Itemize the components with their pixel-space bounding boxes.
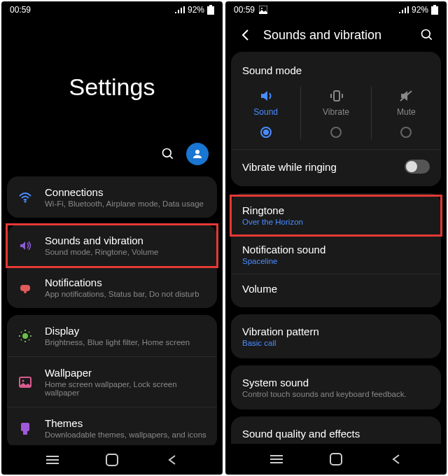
row-subtitle: Basic call	[242, 339, 430, 347]
row-title: System sound	[242, 377, 430, 388]
row-title: Notification sound	[242, 244, 430, 255]
row-subtitle: Control touch sounds and keyboard feedba…	[242, 390, 430, 398]
item-subtitle: Brightness, Blue light filter, Home scre…	[45, 338, 209, 346]
battery-icon	[431, 5, 438, 15]
signal-icon	[175, 6, 185, 13]
nav-bar	[1, 445, 223, 475]
person-icon	[191, 148, 204, 160]
nav-bar	[225, 444, 447, 475]
search-icon	[420, 28, 434, 42]
row-sound-quality-and-effects[interactable]: Sound quality and effects	[231, 419, 441, 444]
svg-line-13	[21, 332, 22, 332]
item-subtitle: Wi-Fi, Bluetooth, Airplane mode, Data us…	[45, 200, 209, 208]
settings-screen: 00:59 92% Settings ConnectionsWi-Fi, Blu…	[1, 1, 223, 475]
mode-radio[interactable]	[260, 127, 272, 138]
header: Sounds and vibration	[225, 18, 447, 52]
settings-list: ConnectionsWi-Fi, Bluetooth, Airplane mo…	[1, 176, 223, 445]
svg-point-18	[22, 379, 24, 382]
svg-rect-1	[207, 6, 214, 15]
svg-line-30	[429, 37, 432, 40]
settings-item-wallpaper[interactable]: WallpaperHome screen wallpaper, Lock scr…	[7, 357, 217, 407]
recent-button[interactable]	[262, 445, 290, 473]
status-bar: 00:59 92%	[1, 1, 223, 18]
svg-rect-38	[330, 454, 342, 465]
svg-point-5	[24, 200, 27, 202]
row-volume[interactable]: Volume	[231, 274, 441, 304]
row-ringtone[interactable]: RingtoneOver the Horizon	[231, 196, 441, 235]
row-title: Vibration pattern	[242, 326, 430, 337]
row-title: Ringtone	[242, 204, 430, 216]
vibrate-while-ringing-label: Vibrate while ringing	[242, 161, 337, 173]
row-system-sound[interactable]: System soundControl touch sounds and key…	[231, 368, 441, 407]
vibrate-while-ringing-row[interactable]: Vibrate while ringing	[231, 149, 441, 183]
svg-point-2	[163, 149, 172, 158]
back-button[interactable]	[382, 445, 410, 473]
svg-point-8	[22, 333, 28, 339]
signal-icon	[399, 6, 409, 13]
wall-icon	[15, 372, 35, 392]
mute-icon	[372, 88, 441, 103]
item-title: Notifications	[45, 276, 209, 288]
svg-rect-24	[106, 454, 118, 465]
svg-rect-20	[23, 431, 27, 435]
chevron-left-icon	[241, 29, 249, 41]
wifi-icon	[15, 188, 35, 207]
search-icon	[161, 147, 175, 161]
battery-icon	[207, 5, 214, 15]
sound-mode-section: Sound mode SoundVibrateMute Vibrate whil…	[231, 52, 441, 186]
svg-rect-27	[433, 5, 436, 6]
theme-icon	[15, 419, 35, 438]
sound-icon	[15, 236, 35, 255]
picture-icon	[259, 6, 267, 14]
sounds-vibration-screen: 00:59 92% Sounds and vibration Sound mod…	[225, 1, 447, 475]
page-title: Settings	[1, 18, 223, 143]
item-subtitle: Home screen wallpaper, Lock screen wallp…	[45, 380, 209, 397]
bell-icon	[15, 278, 35, 298]
row-vibration-pattern[interactable]: Vibration patternBasic call	[231, 317, 441, 356]
settings-item-display[interactable]: DisplayBrightness, Blue light filter, Ho…	[7, 315, 217, 357]
vibrate-while-ringing-toggle[interactable]	[405, 160, 430, 174]
settings-item-themes[interactable]: ThemesDownloadable themes, wallpapers, a…	[7, 407, 217, 445]
profile-avatar[interactable]	[186, 143, 209, 165]
item-title: Themes	[45, 417, 209, 429]
status-time: 00:59	[234, 5, 255, 15]
item-subtitle: App notifications, Status bar, Do not di…	[45, 290, 209, 298]
mode-radio[interactable]	[400, 127, 412, 138]
settings-item-notifications[interactable]: NotificationsApp notifications, Status b…	[7, 267, 217, 308]
home-button[interactable]	[98, 446, 126, 474]
bright-icon	[15, 326, 35, 346]
vib-icon	[301, 88, 370, 103]
row-notification-sound[interactable]: Notification soundSpaceline	[231, 235, 441, 274]
status-time: 00:59	[10, 5, 31, 15]
recent-button[interactable]	[38, 446, 66, 474]
svg-point-4	[195, 150, 200, 154]
svg-point-7	[24, 290, 27, 293]
row-subtitle: Over the Horizon	[242, 218, 430, 226]
settings-item-connections[interactable]: ConnectionsWi-Fi, Bluetooth, Airplane mo…	[7, 176, 217, 218]
mode-mute[interactable]: Mute	[372, 86, 441, 139]
back-button[interactable]	[237, 27, 253, 43]
item-title: Connections	[45, 186, 209, 198]
mode-radio[interactable]	[330, 127, 342, 138]
item-subtitle: Sound mode, Ringtone, Volume	[45, 248, 209, 256]
item-subtitle: Downloadable themes, wallpapers, and ico…	[45, 430, 209, 439]
mode-sound[interactable]: Sound	[231, 86, 301, 139]
mode-vibrate[interactable]: Vibrate	[301, 86, 371, 139]
status-bar: 00:59 92%	[225, 1, 447, 18]
mode-label: Mute	[372, 107, 441, 117]
back-button[interactable]	[158, 446, 186, 474]
search-button[interactable]	[419, 27, 435, 43]
sound-mode-header: Sound mode	[231, 55, 441, 80]
svg-rect-0	[209, 5, 212, 6]
svg-line-16	[29, 332, 29, 332]
svg-point-26	[261, 8, 262, 9]
search-button[interactable]	[161, 147, 175, 161]
svg-rect-19	[21, 423, 29, 431]
mode-label: Vibrate	[301, 107, 370, 117]
settings-item-sounds-and-vibration[interactable]: Sounds and vibrationSound mode, Ringtone…	[7, 225, 217, 267]
svg-rect-6	[20, 285, 30, 291]
row-title: Sound quality and effects	[242, 428, 430, 440]
home-button[interactable]	[322, 445, 350, 473]
header-title: Sounds and vibration	[263, 28, 419, 43]
row-title: Volume	[242, 283, 430, 295]
